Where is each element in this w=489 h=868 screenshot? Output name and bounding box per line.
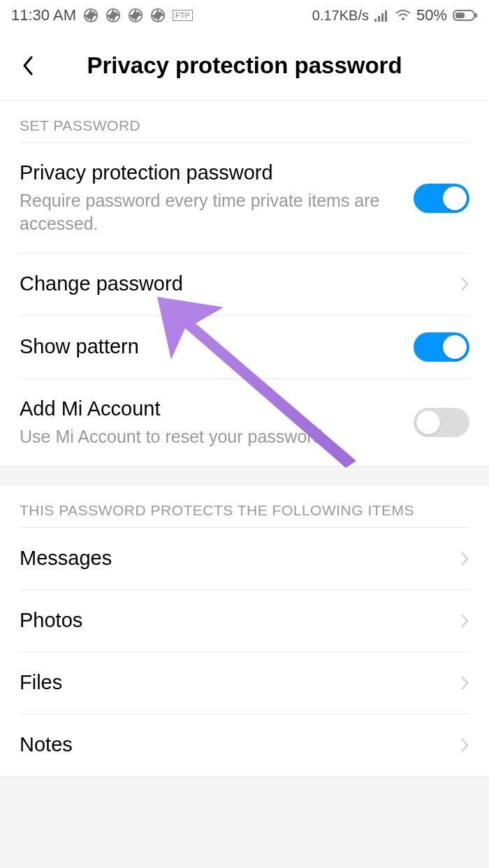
- ftp-icon: FTP: [173, 10, 193, 21]
- add-mi-account-row[interactable]: Add Mi Account Use Mi Account to reset y…: [0, 379, 489, 465]
- status-data-rate: 0.17KB/s: [312, 8, 369, 24]
- privacy-protection-password-row[interactable]: Privacy protection password Require pass…: [0, 143, 489, 253]
- row-title: Files: [20, 670, 446, 696]
- row-subtitle: Use Mi Account to reset your password: [20, 425, 400, 449]
- photos-row[interactable]: Photos: [0, 590, 489, 652]
- aperture-icon: [150, 8, 166, 23]
- row-title: Photos: [20, 608, 446, 634]
- set-password-section: SET PASSWORD Privacy protection password…: [0, 101, 489, 466]
- page-title: Privacy protection password: [42, 52, 475, 79]
- chevron-right-icon: [460, 612, 469, 629]
- row-title: Privacy protection password: [20, 160, 400, 186]
- signal-icon: [374, 9, 390, 22]
- status-time: 11:30 AM: [11, 6, 76, 24]
- svg-rect-11: [475, 13, 477, 17]
- status-bar: 11:30 AM FTP 0.17KB/s: [0, 0, 489, 31]
- svg-rect-7: [385, 10, 387, 22]
- add-mi-account-toggle[interactable]: [414, 408, 469, 437]
- toggle-knob: [443, 335, 467, 359]
- section-header-protected-items: THIS PASSWORD PROTECTS THE FOLLOWING ITE…: [0, 485, 489, 527]
- files-row[interactable]: Files: [0, 652, 489, 714]
- aperture-icon: [105, 8, 121, 23]
- battery-icon: [453, 9, 478, 22]
- chevron-right-icon: [460, 276, 469, 293]
- toggle-knob: [443, 186, 467, 210]
- svg-rect-6: [381, 13, 384, 22]
- wifi-icon: [395, 9, 411, 22]
- aperture-icon: [128, 8, 143, 23]
- chevron-right-icon: [460, 550, 469, 567]
- svg-rect-10: [455, 13, 465, 18]
- row-title: Add Mi Account: [20, 396, 400, 422]
- chevron-left-icon: [21, 55, 35, 76]
- show-pattern-row[interactable]: Show pattern: [0, 316, 489, 378]
- change-password-row[interactable]: Change password: [0, 253, 489, 315]
- row-subtitle: Require password every time private item…: [20, 189, 400, 237]
- aperture-icon: [83, 8, 98, 23]
- svg-rect-5: [378, 16, 380, 22]
- bottom-space: [0, 776, 489, 867]
- chevron-right-icon: [460, 737, 469, 753]
- app-header: Privacy protection password: [0, 31, 489, 101]
- chevron-right-icon: [460, 675, 469, 691]
- protected-items-section: THIS PASSWORD PROTECTS THE FOLLOWING ITE…: [0, 485, 489, 776]
- row-title: Show pattern: [20, 334, 400, 360]
- messages-row[interactable]: Messages: [0, 528, 489, 589]
- status-battery-pct: 50%: [416, 6, 447, 24]
- row-title: Change password: [20, 271, 446, 297]
- privacy-protection-toggle[interactable]: [414, 184, 469, 213]
- row-title: Notes: [20, 732, 446, 758]
- toggle-knob: [416, 411, 440, 434]
- row-title: Messages: [20, 545, 446, 572]
- show-pattern-toggle[interactable]: [414, 332, 469, 362]
- svg-point-8: [402, 17, 404, 20]
- svg-rect-4: [374, 19, 377, 22]
- back-button[interactable]: [14, 52, 42, 80]
- section-gap: [0, 466, 489, 485]
- notes-row[interactable]: Notes: [0, 714, 489, 776]
- section-header-set-password: SET PASSWORD: [0, 101, 489, 142]
